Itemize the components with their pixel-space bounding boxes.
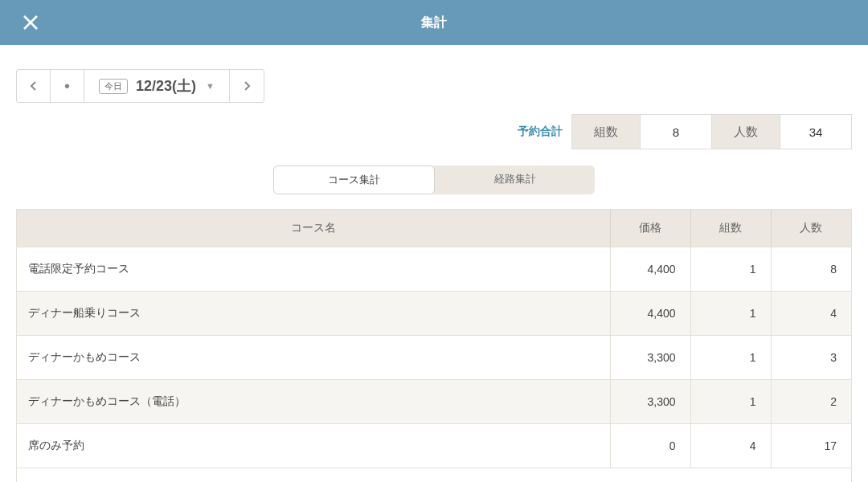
table-row: ディナー船乗りコース4,40014 — [17, 292, 851, 336]
col-price: 価格 — [610, 210, 690, 247]
date-picker[interactable]: 今日 12/23(土) ▼ — [84, 70, 230, 102]
cell-course-name: 席のみ予約 — [17, 424, 610, 468]
app-header: 集計 — [0, 0, 868, 45]
prev-date-button[interactable] — [17, 70, 51, 102]
cell-groups: 1 — [690, 292, 771, 336]
chevron-right-icon — [243, 80, 251, 92]
cell-people: 2 — [771, 380, 851, 424]
cell-course-name: ディナーかもめコース — [17, 336, 610, 380]
summary-people-value: 34 — [780, 114, 852, 149]
summary-groups-value: 8 — [640, 114, 712, 149]
chevron-down-icon: ▼ — [206, 81, 215, 91]
cell-price: 4,400 — [610, 247, 690, 292]
cell-people: 17 — [771, 424, 851, 468]
cell-price: 0 — [610, 424, 690, 468]
summary-label: 予約合計 — [518, 125, 572, 139]
cell-course-name: ディナー船乗りコース — [17, 292, 610, 336]
cell-price: 3,300 — [610, 336, 690, 380]
today-badge: 今日 — [99, 79, 128, 94]
col-groups: 組数 — [690, 210, 771, 247]
tab-switch: コース集計 経路集計 — [273, 165, 595, 194]
tab-course[interactable]: コース集計 — [273, 165, 435, 194]
summary-people-label: 人数 — [711, 114, 780, 149]
close-button[interactable] — [19, 11, 42, 34]
table-row: ディナーかもめコース3,30013 — [17, 336, 851, 380]
summary-totals: 予約合計 組数 8 人数 34 — [0, 114, 852, 149]
chevron-left-icon — [30, 80, 38, 92]
next-date-button[interactable] — [230, 70, 264, 102]
cell-course-name: 電話限定予約コース — [17, 247, 610, 292]
cell-groups: 1 — [690, 247, 771, 292]
cell-people: 4 — [771, 292, 851, 336]
course-table: コース名 価格 組数 人数 電話限定予約コース4,40018ディナー船乗りコース… — [16, 209, 852, 482]
table-row-empty — [17, 468, 851, 483]
date-navigator: • 今日 12/23(土) ▼ — [16, 69, 264, 103]
table-row: ディナーかもめコース（電話）3,30012 — [17, 380, 851, 424]
tab-route[interactable]: 経路集計 — [435, 165, 595, 194]
cell-price: 3,300 — [610, 380, 690, 424]
page-title: 集計 — [0, 14, 868, 31]
summary-groups-label: 組数 — [571, 114, 641, 149]
col-course-name: コース名 — [17, 210, 610, 247]
cell-groups: 1 — [690, 380, 771, 424]
date-dot-button[interactable]: • — [51, 70, 84, 102]
col-people: 人数 — [771, 210, 851, 247]
cell-price: 4,400 — [610, 292, 690, 336]
table-row: 席のみ予約0417 — [17, 424, 851, 468]
date-text: 12/23(土) — [136, 76, 196, 96]
table-row: 電話限定予約コース4,40018 — [17, 247, 851, 292]
close-icon — [22, 14, 39, 31]
cell-people: 8 — [771, 247, 851, 292]
cell-groups: 4 — [690, 424, 771, 468]
cell-groups: 1 — [690, 336, 771, 380]
cell-people: 3 — [771, 336, 851, 380]
cell-course-name: ディナーかもめコース（電話） — [17, 380, 610, 424]
